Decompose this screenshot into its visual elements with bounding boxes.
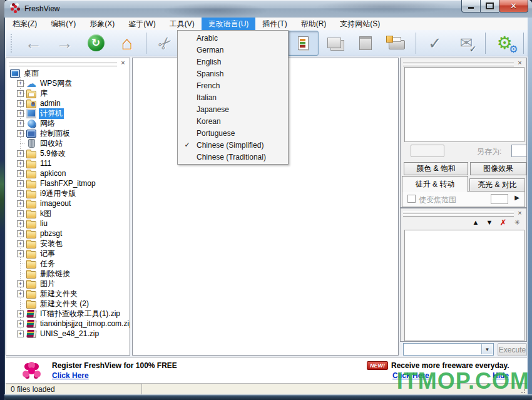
tree-item[interactable]: +图片	[6, 279, 130, 289]
spinner-arrow-icon[interactable]: ▶	[514, 194, 519, 201]
tree-item[interactable]: +UNIS_e48_21.zip	[6, 329, 130, 339]
expand-icon[interactable]: +	[17, 110, 24, 117]
language-option[interactable]: French	[178, 79, 288, 91]
tree-item[interactable]: +☁WPS网盘	[6, 78, 130, 88]
browse-images-button[interactable]	[319, 31, 350, 56]
forward-button[interactable]: →	[49, 31, 80, 56]
panel-grip[interactable]: ×	[8, 59, 128, 67]
back-button[interactable]: ←	[18, 31, 49, 56]
tree-item[interactable]: +k图	[6, 208, 130, 218]
menu-item[interactable]: 编辑(Y)	[44, 18, 83, 30]
expand-icon[interactable]: +	[17, 240, 24, 247]
expand-icon[interactable]: +	[17, 120, 24, 127]
language-option[interactable]: Japanese	[178, 103, 288, 115]
panel-grip[interactable]: ×	[402, 210, 525, 217]
zoom-range-checkbox[interactable]	[407, 195, 416, 203]
tab-image-effects[interactable]: 图像效果	[470, 162, 526, 175]
menu-item[interactable]: 工具(V)	[163, 18, 202, 30]
execute-button[interactable]: Execute	[498, 343, 527, 356]
tree-item[interactable]: +admin	[6, 98, 130, 108]
language-option[interactable]: Arabic	[178, 32, 288, 44]
expand-icon[interactable]: +	[17, 280, 24, 287]
expand-icon[interactable]: +	[17, 80, 24, 87]
expand-icon[interactable]: +	[17, 331, 24, 337]
menu-item[interactable]: 鉴于(W)	[121, 18, 162, 30]
language-option[interactable]: Korean	[178, 115, 288, 127]
expand-icon[interactable]: +	[17, 160, 24, 167]
verify-button[interactable]: ✓	[419, 31, 451, 56]
slideshow-button[interactable]	[287, 31, 319, 56]
send-mail-button[interactable]: ✉	[451, 31, 482, 56]
expand-icon[interactable]: +	[17, 210, 24, 217]
panel-grip[interactable]: ×	[402, 59, 525, 67]
expand-icon[interactable]: +	[17, 190, 24, 197]
tab-resize-rotate[interactable]: 徒升 & 转动	[402, 176, 468, 192]
expand-icon[interactable]: +	[17, 100, 24, 107]
tree-item[interactable]: +5.9修改	[6, 148, 130, 158]
tree-item[interactable]: +新建文件夹	[6, 289, 130, 299]
tree-item[interactable]: +i9通用专版	[6, 188, 130, 198]
tree-item[interactable]: 删除链接	[6, 269, 130, 279]
combo-dropdown-icon[interactable]: ▼	[481, 344, 493, 354]
menu-item[interactable]: 档案(Z)	[6, 18, 44, 30]
register-click-here-link[interactable]: Click Here	[52, 371, 89, 380]
close-button[interactable]: ✕	[499, 0, 528, 13]
expand-icon[interactable]: +	[17, 150, 24, 157]
tree-item[interactable]: +liu	[6, 218, 130, 228]
language-option[interactable]: Spanish	[178, 68, 288, 79]
title-bar[interactable]: FreshView ✕	[4, 0, 532, 18]
language-option[interactable]: Italian	[178, 91, 288, 103]
tree-item[interactable]: +安装包	[6, 238, 130, 249]
paste-button[interactable]	[350, 31, 381, 56]
language-option[interactable]: ✓Chinese (Simplified)	[178, 139, 288, 151]
settings-button[interactable]: ⚙	[489, 31, 520, 56]
print-button[interactable]	[381, 31, 412, 56]
minimize-button[interactable]	[461, 0, 480, 13]
menu-item[interactable]: 形象(X)	[83, 18, 121, 30]
expand-icon[interactable]: +	[17, 200, 24, 207]
panel-close-button[interactable]: ×	[516, 59, 524, 67]
tree-item[interactable]: +IT猫扑查收录工具(1).zip	[6, 309, 130, 319]
language-option[interactable]: Portuguese	[178, 127, 288, 139]
expand-icon[interactable]: +	[17, 321, 24, 327]
filename-field[interactable]	[411, 145, 444, 157]
tree-item[interactable]: 任务	[6, 259, 130, 269]
tab-color-saturation[interactable]: 颜色 & 饱和	[404, 162, 468, 175]
expand-icon[interactable]: +	[17, 220, 24, 227]
tree-item[interactable]: +111	[6, 158, 130, 168]
language-option[interactable]: English	[178, 56, 288, 68]
refresh-button[interactable]: ↻	[80, 31, 111, 56]
menu-item[interactable]: 插件(T)	[255, 18, 294, 30]
tree-item[interactable]: +FlashFXP_itmop	[6, 178, 130, 188]
expand-icon[interactable]: +	[17, 310, 24, 317]
menu-item[interactable]: 支持网站(S)	[333, 18, 387, 30]
tree-item[interactable]: +tianxinbjsjjzq_itmop.com.zip	[6, 319, 130, 329]
tree-item[interactable]: +网络	[6, 118, 130, 128]
maximize-button[interactable]	[480, 0, 499, 13]
action-combobox[interactable]: ▼	[403, 343, 494, 356]
expand-icon[interactable]: +	[17, 90, 24, 97]
expand-icon[interactable]: +	[17, 130, 24, 137]
move-up-button[interactable]: ▲	[470, 217, 481, 227]
panel-close-button[interactable]: ×	[119, 59, 127, 67]
tree-item[interactable]: +库	[6, 88, 130, 98]
clear-button[interactable]: ✳	[511, 217, 523, 227]
expand-icon[interactable]: +	[17, 180, 24, 187]
expand-icon[interactable]: +	[17, 230, 24, 237]
tree-item[interactable]: +imageout	[6, 198, 130, 208]
tree-item[interactable]: 新建文件夹 (2)	[6, 299, 130, 309]
menu-item[interactable]: 帮助(R)	[294, 18, 334, 30]
tab-brightness-contrast[interactable]: 亮光 & 对比	[469, 178, 525, 192]
language-option[interactable]: German	[178, 44, 288, 56]
remove-button[interactable]: ✗	[498, 217, 509, 227]
zoom-spinner[interactable]	[491, 194, 508, 204]
panel-close-button[interactable]: ×	[516, 210, 524, 217]
move-down-button[interactable]: ▼	[484, 217, 495, 227]
expand-icon[interactable]: +	[17, 290, 24, 297]
tree-item[interactable]: 桌面	[6, 68, 130, 78]
home-button[interactable]: ⌂	[111, 31, 143, 56]
tree-item[interactable]: +控制面板	[6, 128, 130, 138]
tree-item[interactable]: +计算机	[6, 108, 130, 118]
tree-item[interactable]: +记事	[6, 249, 130, 259]
expand-icon[interactable]: +	[17, 250, 24, 257]
